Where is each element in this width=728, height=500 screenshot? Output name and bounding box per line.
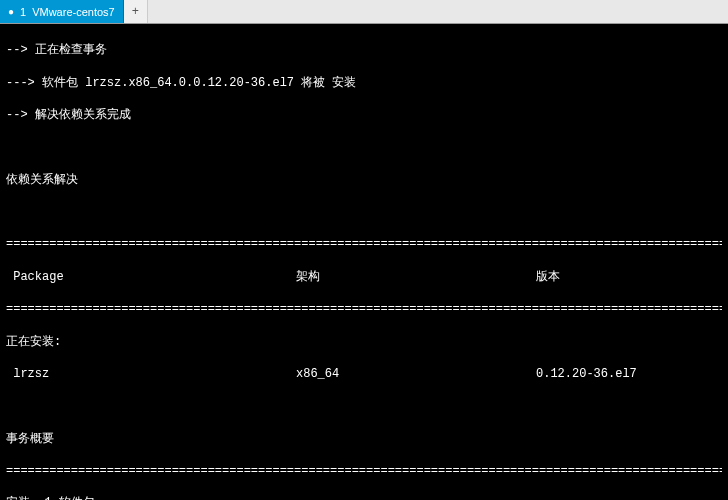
terminal-tab[interactable]: ● 1 VMware-centos7 [0, 0, 124, 23]
divider: ========================================… [6, 236, 722, 252]
col-arch: 架构 [296, 269, 536, 285]
terminal-output[interactable]: --> 正在检查事务 ---> 软件包 lrzsz.x86_64.0.0.12.… [0, 24, 728, 500]
cell-arch: x86_64 [296, 366, 536, 382]
output-line: --> 解决依赖关系完成 [6, 107, 722, 123]
tab-status-dot: ● [8, 6, 14, 17]
cell-version: 0.12.20-36.el7 [536, 366, 722, 382]
output-line: 正在安装: [6, 334, 722, 350]
output-line [6, 398, 722, 414]
output-line [6, 204, 722, 220]
output-line: 事务概要 [6, 431, 722, 447]
output-line [6, 139, 722, 155]
output-line: ---> 软件包 lrzsz.x86_64.0.0.12.20-36.el7 将… [6, 75, 722, 91]
tab-title: VMware-centos7 [32, 6, 115, 18]
divider: ========================================… [6, 301, 722, 317]
cell-package: lrzsz [6, 366, 296, 382]
divider: ========================================… [6, 463, 722, 479]
output-line: 安装 1 软件包 [6, 495, 722, 500]
output-line: --> 正在检查事务 [6, 42, 722, 58]
output-line: 依赖关系解决 [6, 172, 722, 188]
table-header: Package 架构 版本 [6, 269, 722, 285]
new-tab-button[interactable]: + [124, 0, 148, 23]
plus-icon: + [132, 5, 139, 19]
tab-index: 1 [20, 6, 26, 18]
table-row: lrzsz x86_64 0.12.20-36.el7 [6, 366, 722, 382]
col-version: 版本 [536, 269, 722, 285]
tab-bar: ● 1 VMware-centos7 + [0, 0, 728, 24]
col-package: Package [6, 269, 296, 285]
